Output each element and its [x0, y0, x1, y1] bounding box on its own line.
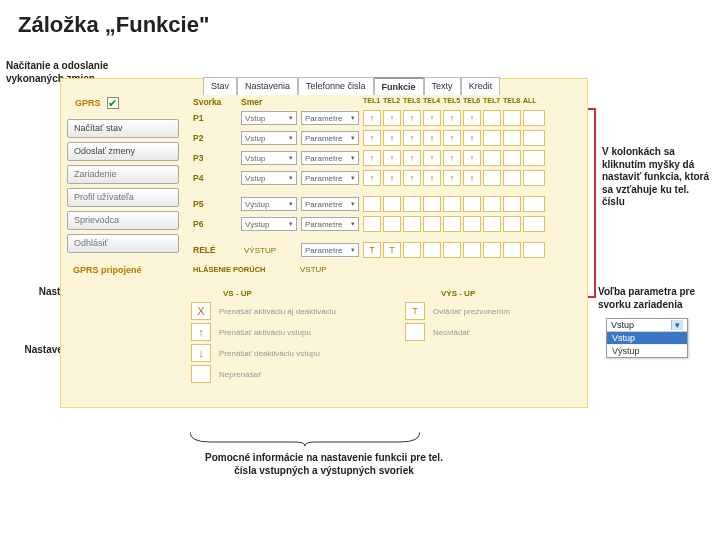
head-tel8: TEL8 — [503, 97, 521, 107]
cell[interactable] — [383, 170, 401, 186]
cell[interactable] — [423, 170, 441, 186]
cell[interactable] — [503, 110, 521, 126]
row-p6-smer-select[interactable]: Výstup▾ — [241, 217, 297, 231]
tab-kredit[interactable]: Kredit — [461, 77, 501, 95]
cell[interactable] — [523, 170, 545, 186]
cell[interactable] — [383, 130, 401, 146]
cell[interactable] — [423, 150, 441, 166]
cell[interactable] — [483, 242, 501, 258]
row-p2-param-select[interactable]: Parametre▾ — [301, 131, 359, 145]
tab-funkcie[interactable]: Funkcie — [374, 77, 424, 95]
cell[interactable] — [423, 130, 441, 146]
btn-nacitat-stav[interactable]: Načítať stav — [67, 119, 179, 138]
cell[interactable] — [363, 110, 381, 126]
cell[interactable] — [463, 110, 481, 126]
row-p5-param-select[interactable]: Parametre▾ — [301, 197, 359, 211]
cell[interactable] — [503, 242, 521, 258]
cell[interactable] — [423, 216, 441, 232]
cell[interactable] — [463, 130, 481, 146]
btn-odhlasit[interactable]: Odhlásiť — [67, 234, 179, 253]
cell[interactable] — [483, 150, 501, 166]
cell[interactable] — [503, 170, 521, 186]
cell[interactable] — [483, 216, 501, 232]
page-title: Záložka „Funkcie" — [0, 0, 720, 44]
cell[interactable] — [443, 216, 461, 232]
cell[interactable] — [523, 110, 545, 126]
cell[interactable] — [363, 170, 381, 186]
row-p2-smer-select[interactable]: Vstup▾ — [241, 131, 297, 145]
row-p1-param-select[interactable]: Parametre▾ — [301, 111, 359, 125]
cell[interactable] — [363, 130, 381, 146]
cell[interactable] — [403, 130, 421, 146]
cell[interactable] — [403, 110, 421, 126]
cell[interactable] — [443, 130, 461, 146]
cell[interactable] — [483, 110, 501, 126]
cell[interactable] — [403, 196, 421, 212]
btn-sprievodca[interactable]: Sprievodca — [67, 211, 179, 230]
row-p1-smer-select[interactable]: Vstup▾ — [241, 111, 297, 125]
sidebar: GPRS ✔ Načítať stav Odoslať zmeny Zariad… — [67, 97, 179, 275]
cell[interactable] — [463, 242, 481, 258]
cell[interactable] — [403, 242, 421, 258]
cell[interactable] — [363, 216, 381, 232]
cell[interactable] — [463, 150, 481, 166]
cell[interactable] — [443, 196, 461, 212]
tab-telefonne-cisla[interactable]: Telefonne čisla — [298, 77, 374, 95]
cell[interactable] — [503, 216, 521, 232]
cell[interactable] — [463, 196, 481, 212]
row-p3-param-select[interactable]: Parametre▾ — [301, 151, 359, 165]
btn-profil-uzivatela[interactable]: Profil užívateľa — [67, 188, 179, 207]
cell[interactable] — [523, 216, 545, 232]
row-p4-param-select[interactable]: Parametre▾ — [301, 171, 359, 185]
cell[interactable] — [523, 242, 545, 258]
cell[interactable] — [403, 216, 421, 232]
row-p3-smer-select[interactable]: Vstup▾ — [241, 151, 297, 165]
cell[interactable] — [383, 216, 401, 232]
btn-odoslat-zmeny[interactable]: Odoslať zmeny — [67, 142, 179, 161]
param-popup-option[interactable]: Výstup — [607, 344, 687, 357]
tab-stav[interactable]: Stav — [203, 77, 237, 95]
cell[interactable] — [523, 130, 545, 146]
cell[interactable] — [383, 150, 401, 166]
cell[interactable] — [503, 196, 521, 212]
tab-texty[interactable]: Texty — [424, 77, 461, 95]
cell[interactable] — [383, 110, 401, 126]
cell[interactable] — [523, 150, 545, 166]
row-p4-smer-select[interactable]: Vstup▾ — [241, 171, 297, 185]
cell[interactable] — [443, 150, 461, 166]
cell[interactable] — [443, 242, 461, 258]
cell[interactable] — [363, 150, 381, 166]
row-rele-param-select[interactable]: Parametre▾ — [301, 243, 359, 257]
cell[interactable] — [363, 196, 381, 212]
cell[interactable] — [483, 170, 501, 186]
chevron-down-icon: ▾ — [289, 114, 293, 122]
cell[interactable] — [363, 242, 381, 258]
cell[interactable] — [463, 216, 481, 232]
cell[interactable] — [383, 196, 401, 212]
chevron-down-icon: ▾ — [351, 220, 355, 228]
legend-row: Neprenášať — [191, 365, 571, 383]
legend-row: Prenášať aktiváciu vstupu Neovládať — [191, 323, 571, 341]
cell[interactable] — [443, 170, 461, 186]
row-p6-param-select[interactable]: Parametre▾ — [301, 217, 359, 231]
cell[interactable] — [423, 110, 441, 126]
cell[interactable] — [443, 110, 461, 126]
row-p5-smer-select[interactable]: Výstup▾ — [241, 197, 297, 211]
cell[interactable] — [403, 170, 421, 186]
cell[interactable] — [383, 242, 401, 258]
gprs-label: GPRS — [75, 98, 101, 108]
btn-zariadenie[interactable]: Zariadenie — [67, 165, 179, 184]
cell[interactable] — [403, 150, 421, 166]
cell[interactable] — [483, 130, 501, 146]
cell[interactable] — [423, 196, 441, 212]
cell[interactable] — [523, 196, 545, 212]
param-popup-select[interactable]: Vstup ▾ — [607, 319, 687, 332]
cell[interactable] — [463, 170, 481, 186]
cell[interactable] — [503, 150, 521, 166]
tab-nastavenia[interactable]: Nastavenia — [237, 77, 298, 95]
param-popup-option[interactable]: Vstup — [607, 332, 687, 344]
gprs-checkbox[interactable]: ✔ — [107, 97, 119, 109]
cell[interactable] — [423, 242, 441, 258]
cell[interactable] — [483, 196, 501, 212]
cell[interactable] — [503, 130, 521, 146]
